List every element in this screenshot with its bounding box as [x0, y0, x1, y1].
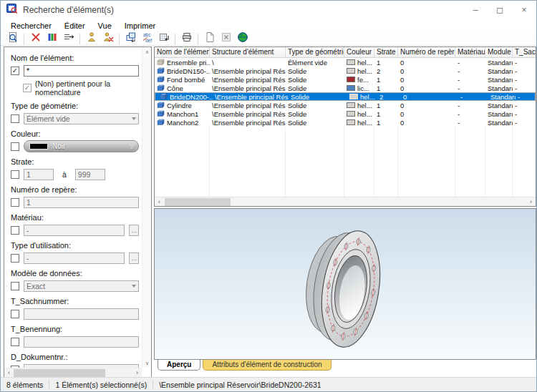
title-bar: Recherche d'élément(s) – ◻ × — [1, 1, 536, 19]
element-name: Ensemble pri... — [167, 59, 210, 67]
column-header-3[interactable]: Type de géométrie — [286, 47, 344, 57]
usage-type-input[interactable]: - — [24, 253, 125, 264]
column-header-6[interactable]: Numéro de repère — [398, 47, 455, 57]
scrollbar-thumb[interactable] — [14, 369, 105, 377]
filter-panel-vertical-scrollbar[interactable]: ∧ ∨ — [142, 47, 151, 368]
usage-type-browse-button[interactable]: ... — [129, 253, 139, 264]
scroll-up-icon[interactable]: ∧ — [142, 47, 152, 57]
material-input[interactable]: - — [24, 225, 125, 236]
material-checkbox[interactable] — [11, 226, 19, 235]
toolbar-button-color-bars[interactable] — [44, 32, 60, 46]
geometry-type-cell: Élément vide — [286, 58, 344, 67]
module-cell: Standard — [485, 118, 513, 127]
layer-checkbox[interactable] — [11, 170, 19, 179]
data-model-select[interactable]: Exact — [24, 280, 139, 292]
layer-from-input[interactable]: 1 — [24, 169, 54, 180]
table-row[interactable]: Cylindre\Ensemble principal Rés...Solide… — [155, 101, 536, 109]
item-number-checkbox[interactable] — [11, 198, 19, 207]
filter-panel: Nom de l'élément:✓*✓(Non) pertinent pour… — [4, 46, 152, 378]
element-empty-icon — [157, 59, 165, 67]
geometry-type-select[interactable]: Élément vide — [24, 113, 139, 124]
element-name-input[interactable]: * — [24, 65, 139, 77]
table-horizontal-scrollbar[interactable]: ‹ › — [155, 197, 536, 206]
t-benennung-input[interactable] — [24, 336, 139, 348]
toolbar-button-new-document[interactable] — [201, 32, 218, 46]
toolbar-button-person[interactable] — [83, 32, 100, 46]
table-row[interactable]: Fond bombé\Ensemble principal Rés...Soli… — [155, 75, 536, 84]
grid-line — [485, 127, 485, 197]
color-name: hel... — [357, 59, 372, 67]
toolbar-button-copy-windows[interactable] — [122, 32, 139, 46]
grid-line — [512, 127, 513, 197]
color-swatch — [347, 68, 355, 74]
menu-item-1[interactable]: Rechercher — [4, 21, 58, 31]
color-checkbox[interactable] — [11, 142, 19, 151]
item-number-input[interactable]: 1 — [24, 197, 139, 208]
minimize-button[interactable]: – — [463, 1, 488, 19]
menu-item-2[interactable]: Éditer — [58, 21, 92, 31]
toolbar-button-list-export[interactable] — [60, 32, 77, 46]
item-number-row: 1 — [11, 196, 139, 208]
element-name-checkbox[interactable]: ✓ — [11, 67, 19, 75]
element-name-cell: Manchon2 — [155, 118, 210, 127]
t-sachnummer-checkbox[interactable] — [11, 310, 19, 318]
toolbar-button-delete-x[interactable] — [27, 32, 44, 46]
scroll-right-icon[interactable]: › — [526, 197, 536, 206]
layer-to-input[interactable]: 999 — [75, 169, 105, 180]
column-header-2[interactable]: Structure d'élément — [210, 47, 286, 57]
table-row[interactable]: BrideDN150-...\Ensemble principal Rés...… — [155, 67, 536, 75]
menu-item-4[interactable]: Imprimer — [118, 21, 162, 31]
preview-viewport[interactable] — [154, 208, 536, 360]
color-name: hel... — [357, 110, 372, 118]
maximize-button[interactable]: ◻ — [488, 1, 512, 19]
scrollbar-thumb[interactable] — [165, 198, 231, 206]
close-button[interactable]: × — [512, 1, 536, 19]
structure-cell: \ — [210, 58, 286, 67]
toolbar-button-printer[interactable] — [178, 32, 195, 46]
usage-type-checkbox[interactable] — [11, 254, 19, 263]
t-sac-cell: - — [513, 75, 536, 84]
geometry-type-cell: Solide — [286, 101, 344, 109]
t-benennung-checkbox[interactable] — [11, 338, 19, 346]
toolbar-button-person-delete[interactable] — [100, 32, 116, 46]
menu-item-3[interactable]: Vue — [92, 21, 118, 31]
toolbar-separator — [119, 34, 120, 44]
table-row[interactable]: Manchon1\Ensemble principal Rés...Solide… — [155, 109, 536, 118]
tab-attributs[interactable]: Attributs d'élément de construction — [203, 360, 331, 371]
tab-apercu[interactable]: Aperçu — [158, 360, 200, 371]
column-header-5[interactable]: Strate — [374, 47, 398, 57]
t-sachnummer-row — [11, 308, 139, 320]
table-row[interactable]: Cône\Ensemble principal Rés...Solidelic.… — [155, 84, 536, 92]
materiau-cell: - — [455, 101, 485, 109]
column-header-7[interactable]: Matériau — [455, 47, 485, 57]
column-header-8[interactable]: Module — [485, 47, 513, 57]
column-header-9[interactable]: T_Sac — [513, 47, 536, 57]
t-sachnummer-input[interactable] — [24, 308, 139, 320]
scroll-down-icon[interactable]: ∨ — [142, 358, 152, 368]
strate-cell: 1 — [374, 75, 398, 84]
material-browse-button[interactable]: ... — [129, 225, 139, 236]
toolbar-button-table-insert[interactable] — [155, 32, 172, 46]
nomenclature-relevant-checkbox[interactable]: ✓ — [23, 84, 32, 92]
element-name: Cône — [167, 84, 183, 92]
table-row[interactable]: Ensemble pri...\Élément videhel...10-Sta… — [155, 58, 536, 67]
table-row[interactable]: BrideDN200-...\Ensemble principal Rés...… — [155, 92, 536, 101]
printer-icon — [181, 31, 193, 46]
geometry-type-checkbox[interactable] — [11, 114, 19, 123]
table-row[interactable]: Manchon2\Ensemble principal Rés...Solide… — [155, 118, 536, 127]
color-select[interactable]: Noir▽ — [24, 140, 139, 152]
module-cell: Standard — [485, 101, 513, 109]
color-cell: hel... — [344, 118, 374, 127]
toolbar-button-rename-abcdef[interactable]: abcdef — [139, 32, 155, 46]
new-document-icon — [204, 31, 216, 46]
filter-panel-horizontal-scrollbar[interactable]: ‹ › — [4, 368, 142, 377]
search-elements-window: Recherche d'élément(s) – ◻ × RechercherÉ… — [0, 0, 537, 392]
scroll-left-icon[interactable]: ‹ — [155, 197, 164, 206]
column-header-4[interactable]: Couleur — [344, 47, 374, 57]
data-model-checkbox[interactable] — [11, 282, 19, 290]
column-header-1[interactable]: Nom de l'élément — [155, 47, 210, 57]
toolbar-button-search-results[interactable] — [4, 32, 21, 46]
usage-type-label: Type d'utilisation: — [11, 241, 139, 250]
toolbar-button-globe[interactable] — [234, 32, 251, 46]
toolbar-button-excel-disabled[interactable] — [218, 32, 234, 46]
